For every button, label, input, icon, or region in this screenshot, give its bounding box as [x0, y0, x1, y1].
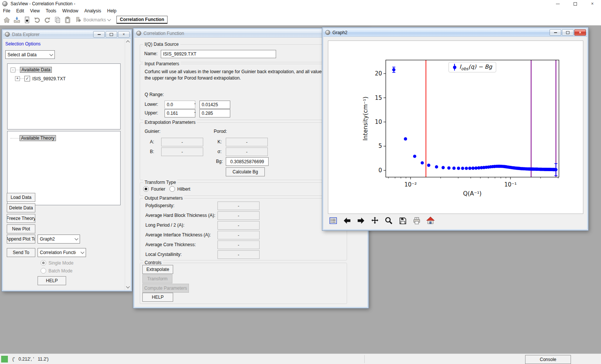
expand-icon[interactable]: +	[15, 76, 20, 81]
new-plot-button[interactable]: New Plot	[7, 224, 35, 233]
reset-home-button[interactable]	[426, 216, 435, 225]
console-button[interactable]: Console	[525, 355, 571, 364]
delete-data-button[interactable]: Delete Data	[7, 203, 35, 212]
hilbert-radio[interactable]	[169, 186, 175, 192]
minimize-icon	[554, 32, 557, 33]
status-separator	[364, 355, 365, 363]
output-parameters-group-label: Output Parameters	[143, 196, 184, 201]
paste-button[interactable]	[62, 15, 72, 25]
fourier-option[interactable]: Fourier	[143, 186, 165, 192]
hilbert-option[interactable]: Hilbert	[169, 186, 190, 192]
selection-dropdown[interactable]: Select all Data	[5, 50, 55, 59]
extrapolate-button[interactable]: Extrapolate	[142, 265, 173, 274]
calculate-bg-button[interactable]: Calculate Bg	[226, 167, 265, 176]
compute-parameters-button[interactable]: Compute Parameters	[142, 284, 189, 293]
data-file-label[interactable]: ISIS_98929.TXT	[32, 76, 66, 81]
menu-file[interactable]: File	[0, 8, 13, 14]
output-value: -	[217, 241, 260, 249]
menu-view[interactable]: View	[27, 8, 43, 14]
upper-min-field[interactable]: 0.161	[165, 109, 195, 117]
zoom-button[interactable]	[384, 216, 393, 225]
redo-button[interactable]	[42, 15, 52, 25]
pan-button[interactable]	[370, 216, 379, 225]
magnifier-icon	[385, 217, 393, 225]
transform-button[interactable]: Transform	[142, 274, 172, 283]
cursor-coordinates: (' 0.212', ' 11.2')	[12, 356, 48, 362]
scroll-down-button[interactable]	[125, 284, 131, 290]
back-button[interactable]	[343, 216, 352, 225]
copy-button[interactable]	[52, 15, 62, 25]
fourier-radio[interactable]	[143, 186, 149, 192]
menu-tools[interactable]: Tools	[43, 8, 59, 14]
send-target-dropdown[interactable]: Correlation Function	[38, 248, 86, 257]
minimize-button[interactable]	[549, 0, 566, 8]
help-button[interactable]: HELP	[38, 276, 66, 285]
single-mode-radio[interactable]	[41, 260, 46, 266]
close-button[interactable]: ×	[584, 0, 601, 8]
lower-min-field[interactable]: 0.0	[165, 101, 195, 109]
tree-row-data-file[interactable]: + ✓ ISIS_98929.TXT	[15, 76, 66, 81]
tree-row-available-data[interactable]: - Available Data	[11, 67, 52, 73]
load-data-button[interactable]	[12, 15, 22, 25]
scroll-up-button[interactable]	[125, 39, 131, 45]
append-target-dropdown[interactable]: Graph2	[38, 235, 80, 244]
collapse-icon[interactable]: -	[11, 68, 15, 72]
close-button[interactable]: ×	[574, 29, 586, 36]
menu-edit[interactable]: Edit	[13, 8, 27, 14]
load-data-button[interactable]: Load Data	[7, 193, 35, 202]
data-explorer-titlebar[interactable]: Data Explorer ×	[3, 30, 131, 39]
minimize-button[interactable]	[550, 29, 561, 36]
arrow-left-icon	[343, 217, 351, 225]
name-field[interactable]: ISIS_98929.TXT	[161, 50, 276, 58]
minimize-button[interactable]	[93, 31, 105, 38]
forward-button[interactable]	[356, 216, 365, 225]
tab-correlation-function[interactable]: Correlation Function	[116, 16, 168, 24]
menu-analysis[interactable]: Analysis	[82, 8, 104, 14]
svg-text:15: 15	[375, 95, 382, 101]
svg-text:10⁻¹: 10⁻¹	[504, 181, 516, 188]
maximize-icon	[110, 33, 113, 36]
vertical-scrollbar[interactable]	[125, 39, 131, 290]
send-to-button[interactable]: Send To	[7, 248, 35, 257]
correlation-function-title: Correlation Function	[143, 31, 184, 36]
bookmarks-dropdown[interactable]: Bookmarks	[75, 17, 110, 23]
menu-help[interactable]: Help	[104, 8, 119, 14]
chevron-down-icon	[81, 250, 85, 254]
hilbert-label: Hilbert	[177, 187, 190, 192]
output-value: -	[217, 211, 260, 220]
copy-icon	[54, 16, 61, 24]
svg-text:20: 20	[375, 70, 382, 77]
bg-label: Bg:	[216, 159, 223, 164]
append-plot-to-button[interactable]: Append Plot To	[7, 235, 35, 244]
home-button[interactable]	[2, 15, 12, 25]
bookmark-icon	[75, 17, 82, 23]
single-mode-option[interactable]: Single Mode	[41, 260, 74, 266]
print-button[interactable]	[412, 216, 421, 225]
svg-text:0: 0	[378, 167, 382, 174]
lower-max-field[interactable]: 0.01425	[199, 101, 230, 109]
batch-mode-radio[interactable]	[41, 268, 46, 274]
menu-window[interactable]: Window	[59, 8, 82, 14]
graph2-titlebar[interactable]: Graph2 ×	[323, 29, 587, 37]
close-button[interactable]: ×	[118, 31, 130, 38]
restore-button[interactable]	[566, 0, 584, 8]
maximize-button[interactable]	[562, 29, 574, 36]
help-button[interactable]: HELP	[142, 293, 173, 302]
bg-field[interactable]: 0.308525876699	[226, 157, 269, 166]
status-bar: (' 0.212', ' 11.2') Console	[0, 353, 601, 364]
undo-button[interactable]	[32, 15, 42, 25]
batch-mode-option[interactable]: Batch Mode	[41, 268, 72, 274]
tree-row-available-theory[interactable]: Available Theory	[11, 135, 56, 141]
available-data-node[interactable]: Available Data	[20, 67, 52, 73]
svg-text:5: 5	[378, 143, 382, 149]
maximize-button[interactable]	[106, 31, 117, 38]
upper-max-field[interactable]: 0.285	[199, 109, 230, 117]
transform-type-group: Transform Type Fourier Hilbert	[140, 182, 347, 196]
data-file-checkbox[interactable]: ✓	[24, 76, 30, 81]
freeze-theory-button[interactable]: Freeze Theory	[7, 214, 35, 223]
context-menu-button[interactable]	[329, 216, 338, 225]
report-button[interactable]	[22, 15, 32, 25]
save-button[interactable]	[398, 216, 407, 225]
available-theory-node[interactable]: Available Theory	[20, 135, 56, 141]
home-icon	[426, 217, 435, 225]
